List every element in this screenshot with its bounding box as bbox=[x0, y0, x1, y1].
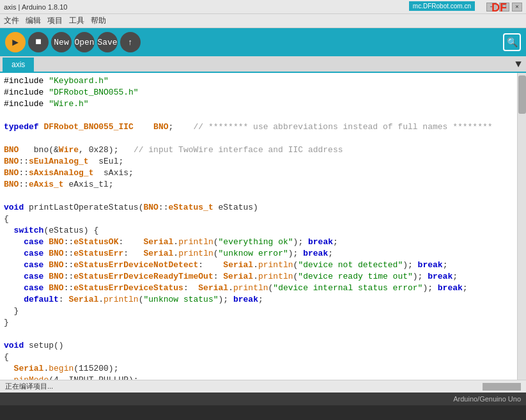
info-bar: Arduino/Genuino Uno bbox=[0, 393, 526, 405]
code-line: pinMode(4, INPUT_PULLUP); bbox=[0, 375, 517, 380]
code-line: void printLastOperateStatus(BNO::eStatus… bbox=[0, 202, 517, 214]
dropdown-icon[interactable]: ▼ bbox=[513, 58, 523, 72]
upload-button[interactable]: ↑ bbox=[120, 32, 141, 52]
code-line bbox=[0, 329, 517, 340]
mc-label: mc.DFRobot.com.cn bbox=[409, 1, 475, 11]
vertical-scrollbar[interactable] bbox=[517, 73, 526, 380]
menu-tools[interactable]: 工具 bbox=[69, 15, 84, 26]
board-label: Arduino/Genuino Uno bbox=[453, 395, 521, 403]
code-line: Serial.begin(115200); bbox=[0, 363, 517, 375]
run-button[interactable]: ▶ bbox=[5, 32, 26, 52]
code-line: BNO::eAxis_t eAxis_tl; bbox=[0, 179, 517, 191]
status-text: 正在编译项目... bbox=[5, 382, 53, 391]
code-line: BNO bno(&Wire, 0x28); // input TwoWire i… bbox=[0, 144, 517, 156]
code-line bbox=[0, 110, 517, 121]
code-line: #include "Keyboard.h" bbox=[0, 75, 517, 87]
code-line: { bbox=[0, 352, 517, 363]
code-line: case BNO::eStatusOK: Serial.println("eve… bbox=[0, 237, 517, 248]
code-line: { bbox=[0, 214, 517, 225]
editor-container: #include "Keyboard.h" #include "DFRobot_… bbox=[0, 73, 526, 380]
close-button[interactable]: ✕ bbox=[512, 3, 522, 12]
code-line: case BNO::eStatusErrDeviceReadyTimeOut: … bbox=[0, 271, 517, 283]
menu-file[interactable]: 文件 bbox=[4, 15, 19, 26]
code-line: case BNO::eStatusErrDeviceNotDetect: Ser… bbox=[0, 260, 517, 271]
save-button[interactable]: Save bbox=[97, 32, 118, 52]
code-line: void setup() bbox=[0, 340, 517, 352]
progress-bar bbox=[483, 383, 521, 391]
code-line: case BNO::eStatusErrDeviceStatus: Serial… bbox=[0, 283, 517, 294]
scroll-thumb[interactable] bbox=[518, 75, 526, 114]
title-bar: axis | Arduino 1.8.10 mc.DFRobot.com.cn … bbox=[0, 0, 526, 14]
menu-bar: 文件 编辑 项目 工具 帮助 bbox=[0, 14, 526, 28]
tab-bar: axis ▼ bbox=[0, 56, 526, 73]
code-line bbox=[0, 133, 517, 144]
code-line: typedef DFRobot_BNO055_IIC BNO; // *****… bbox=[0, 121, 517, 133]
df-logo: DF bbox=[491, 1, 507, 15]
menu-help[interactable]: 帮助 bbox=[91, 15, 106, 26]
code-line: case BNO::eStatusErr: Serial.println("un… bbox=[0, 248, 517, 260]
code-line: switch(eStatus) { bbox=[0, 225, 517, 237]
code-line: #include "Wire.h" bbox=[0, 98, 517, 110]
code-line: default: Serial.println("unknow status")… bbox=[0, 294, 517, 306]
tab-axis[interactable]: axis bbox=[3, 58, 34, 72]
code-line: } bbox=[0, 306, 517, 317]
code-area[interactable]: #include "Keyboard.h" #include "DFRobot_… bbox=[0, 73, 517, 380]
new-button[interactable]: New bbox=[51, 32, 72, 52]
menu-edit[interactable]: 编辑 bbox=[26, 15, 41, 26]
serial-monitor-button[interactable]: 🔍 bbox=[503, 33, 521, 51]
code-line: #include "DFRobot_BNO055.h" bbox=[0, 87, 517, 98]
code-line: BNO::sEulAnalog_t sEul; bbox=[0, 156, 517, 167]
code-line: BNO::sAxisAnalog_t sAxis; bbox=[0, 167, 517, 179]
open-button[interactable]: Open bbox=[74, 32, 95, 52]
code-line: } bbox=[0, 317, 517, 329]
code-line bbox=[0, 191, 517, 202]
menu-project[interactable]: 项目 bbox=[47, 15, 63, 26]
toolbar: ▶ ■ New Open Save ↑ 🔍 bbox=[0, 28, 526, 56]
stop-button[interactable]: ■ bbox=[28, 32, 49, 52]
title-text: axis | Arduino 1.8.10 bbox=[4, 3, 67, 11]
status-bar: 正在编译项目... bbox=[0, 380, 526, 393]
